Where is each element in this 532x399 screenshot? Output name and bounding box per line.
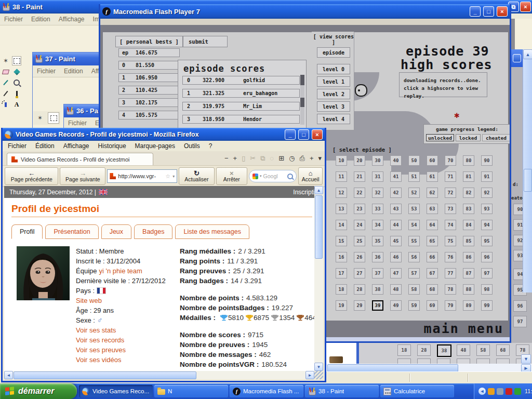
episode-button[interactable]: 94 xyxy=(481,220,493,230)
view-scores-button[interactable]: level 3 xyxy=(317,101,350,112)
profile-link[interactable]: Voir ses preuves xyxy=(76,345,126,355)
cut-icon[interactable]: ✂ xyxy=(250,154,256,162)
vertical-scrollbar[interactable]: ▲ ▼ xyxy=(314,186,323,371)
new-window-icon[interactable]: ⊞ xyxy=(278,154,284,162)
episode-button[interactable]: 83 xyxy=(463,204,474,214)
menu-item[interactable]: Affichage xyxy=(59,16,85,23)
close-button[interactable]: × xyxy=(520,2,531,12)
episode-button[interactable]: 80 xyxy=(463,155,474,166)
free-select-icon[interactable]: ✶ xyxy=(34,112,46,124)
url-text[interactable]: http://www.vgr- xyxy=(118,173,163,179)
episode-button[interactable]: 65 xyxy=(427,236,438,246)
episode-button[interactable]: 49 xyxy=(390,300,402,311)
stop-button[interactable]: × Arrêter xyxy=(216,167,248,185)
refresh-button[interactable]: ↻ Actualiser xyxy=(179,167,214,185)
episode-button[interactable]: 15 xyxy=(336,236,347,246)
menu-item[interactable]: Fichier xyxy=(8,142,26,150)
window-button-fragment[interactable] xyxy=(513,54,521,62)
episode-button[interactable]: 18 xyxy=(397,344,411,356)
scrollbar-thumb[interactable] xyxy=(524,169,532,192)
episode-button[interactable]: 73 xyxy=(445,204,456,214)
loading-icon[interactable]: ◌ xyxy=(270,154,274,162)
episode-button[interactable]: 17 xyxy=(336,268,347,278)
tab-badges[interactable]: Badges xyxy=(134,224,172,239)
scroll-right-icon[interactable]: ► xyxy=(305,371,314,379)
episode-button[interactable]: 18 xyxy=(336,284,347,295)
episode-button[interactable]: 38 xyxy=(372,284,383,295)
episode-button[interactable]: 91 xyxy=(481,171,493,182)
highscore-row[interactable]: 3318.950Hendor xyxy=(182,115,300,124)
zoom-icon[interactable] xyxy=(12,78,21,87)
dropper-icon[interactable] xyxy=(1,78,10,87)
text-icon[interactable]: A xyxy=(12,100,21,109)
episode-button[interactable]: 45 xyxy=(390,236,402,246)
episode-button[interactable]: 46 xyxy=(390,252,402,262)
episode-button[interactable]: 33 xyxy=(372,204,383,214)
horizontal-scrollbar[interactable]: ► xyxy=(326,364,532,371)
episode-button[interactable]: 28 xyxy=(354,284,365,295)
taskbar-item-flash[interactable]: fMacromedia Flash ... xyxy=(230,385,303,397)
menu-item[interactable]: Édition xyxy=(35,142,55,150)
episode-button[interactable]: 92 xyxy=(481,188,493,198)
tab-présentation[interactable]: Présentation xyxy=(45,224,98,239)
menu-item[interactable]: ? xyxy=(209,142,212,150)
episode-button[interactable]: 60 xyxy=(427,155,438,166)
menu-item[interactable]: Outils xyxy=(184,142,200,150)
episode-button[interactable]: 16 xyxy=(336,252,347,262)
menu-item[interactable]: Edition xyxy=(31,16,50,23)
url-bar[interactable]: http://www.vgr- ☆ ▾ xyxy=(107,169,177,183)
episode-button[interactable]: 68 xyxy=(427,284,438,295)
forward-button[interactable]: → Page suivante xyxy=(60,167,105,185)
search-engine-dropdown-icon[interactable]: ▾ xyxy=(260,174,262,178)
episode-button[interactable]: 11 xyxy=(336,171,347,182)
horizontal-scrollbar[interactable]: ◄ ► xyxy=(4,371,314,379)
scrollbar-thumb[interactable] xyxy=(14,371,196,379)
zoom-in-icon[interactable]: + xyxy=(233,154,237,162)
search-placeholder[interactable]: Googl xyxy=(263,173,286,179)
episode-button[interactable]: 22 xyxy=(354,188,365,198)
scrollbar-thumb[interactable] xyxy=(315,195,323,259)
episode-button[interactable]: 21 xyxy=(354,171,365,182)
history-icon[interactable]: ◷ xyxy=(289,154,295,162)
episode-button[interactable]: 63 xyxy=(427,204,438,214)
episode-button[interactable]: 93 xyxy=(481,204,493,214)
minimize-button[interactable]: _ xyxy=(470,6,481,17)
close-button[interactable]: × xyxy=(497,6,508,17)
episode-button[interactable]: 36 xyxy=(372,252,383,262)
episode-button[interactable]: 74 xyxy=(445,220,456,230)
episode-button[interactable]: 40 xyxy=(390,155,402,166)
tray-icon[interactable] xyxy=(506,388,512,395)
episode-button[interactable]: 26 xyxy=(354,252,365,262)
dropdown-icon[interactable]: ▾ xyxy=(318,154,322,162)
paste-icon[interactable]: ▯ xyxy=(242,154,245,162)
tab-profil[interactable]: Profil xyxy=(11,224,43,239)
submit-button[interactable]: submit xyxy=(183,36,228,47)
episode-button[interactable]: 25 xyxy=(354,236,365,246)
episode-button[interactable]: 95 xyxy=(481,236,493,246)
episode-button[interactable]: 55 xyxy=(408,236,420,246)
resize-grip[interactable] xyxy=(314,371,323,379)
episode-button[interactable]: 53 xyxy=(408,204,420,214)
scroll-right-icon[interactable]: ► xyxy=(521,364,531,372)
close-button[interactable]: × xyxy=(312,129,323,140)
view-scores-button[interactable]: episode xyxy=(317,47,350,58)
tray-icon[interactable] xyxy=(497,388,503,395)
menu-item[interactable]: Fichier xyxy=(4,16,23,23)
episode-button[interactable]: 48 xyxy=(390,284,402,295)
scroll-down-icon[interactable]: ▼ xyxy=(314,363,323,371)
brush-icon[interactable] xyxy=(12,89,21,98)
episode-button[interactable]: 71 xyxy=(445,171,456,182)
episode-button[interactable]: 41 xyxy=(390,171,402,182)
episode-button[interactable]: 39 xyxy=(372,300,383,311)
episode-button[interactable]: 27 xyxy=(354,268,365,278)
bookmark-star-icon[interactable]: ☆ xyxy=(165,173,170,180)
flash-titlebar[interactable]: f Macromedia Flash Player 7 _ □ × xyxy=(100,4,510,19)
taskbar-item-firefox[interactable]: Video Games Reco... xyxy=(79,385,153,397)
spray-icon[interactable] xyxy=(1,100,10,109)
episode-button[interactable]: 47 xyxy=(390,268,402,278)
profile-link[interactable]: Site web xyxy=(76,296,102,305)
episode-button[interactable]: 52 xyxy=(408,188,420,198)
view-scores-button[interactable]: level 4 xyxy=(317,114,350,124)
search-box[interactable]: ▾ Googl xyxy=(249,170,297,182)
maximize-button[interactable]: □ xyxy=(298,129,309,140)
